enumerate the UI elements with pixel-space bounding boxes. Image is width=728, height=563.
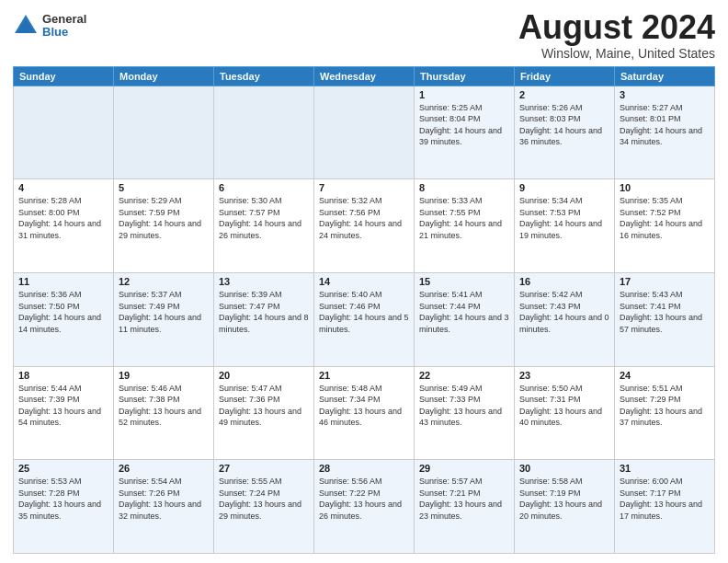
table-row: 5Sunrise: 5:29 AM Sunset: 7:59 PM Daylig…: [114, 179, 214, 273]
day-info: Sunrise: 5:53 AM Sunset: 7:28 PM Dayligh…: [18, 476, 108, 522]
day-info: Sunrise: 5:41 AM Sunset: 7:44 PM Dayligh…: [419, 289, 509, 335]
table-row: 30Sunrise: 5:58 AM Sunset: 7:19 PM Dayli…: [515, 460, 615, 554]
day-number: 27: [219, 463, 309, 474]
table-row: 6Sunrise: 5:30 AM Sunset: 7:57 PM Daylig…: [214, 179, 314, 273]
calendar-row-1: 1Sunrise: 5:25 AM Sunset: 8:04 PM Daylig…: [14, 86, 715, 179]
day-number: 24: [620, 370, 710, 381]
month-title: August 2024: [518, 9, 715, 46]
table-row: [214, 86, 314, 179]
table-row: 15Sunrise: 5:41 AM Sunset: 7:44 PM Dayli…: [415, 272, 515, 366]
table-row: 19Sunrise: 5:46 AM Sunset: 7:38 PM Dayli…: [114, 366, 214, 460]
day-number: 22: [419, 370, 509, 381]
table-row: 2Sunrise: 5:26 AM Sunset: 8:03 PM Daylig…: [515, 86, 615, 179]
day-info: Sunrise: 5:42 AM Sunset: 7:43 PM Dayligh…: [519, 289, 609, 335]
col-tuesday: Tuesday: [214, 66, 314, 86]
day-number: 31: [620, 463, 710, 474]
day-number: 16: [519, 276, 609, 287]
table-row: 17Sunrise: 5:43 AM Sunset: 7:41 PM Dayli…: [615, 272, 715, 366]
table-row: 16Sunrise: 5:42 AM Sunset: 7:43 PM Dayli…: [515, 272, 615, 366]
day-number: 9: [519, 182, 609, 193]
table-row: 31Sunrise: 6:00 AM Sunset: 7:17 PM Dayli…: [615, 460, 715, 554]
day-info: Sunrise: 5:27 AM Sunset: 8:01 PM Dayligh…: [620, 102, 710, 148]
day-number: 30: [519, 463, 609, 474]
day-number: 14: [319, 276, 409, 287]
table-row: 18Sunrise: 5:44 AM Sunset: 7:39 PM Dayli…: [14, 366, 114, 460]
table-row: 7Sunrise: 5:32 AM Sunset: 7:56 PM Daylig…: [314, 179, 415, 273]
day-info: Sunrise: 6:00 AM Sunset: 7:17 PM Dayligh…: [620, 476, 710, 522]
day-info: Sunrise: 5:55 AM Sunset: 7:24 PM Dayligh…: [219, 476, 309, 522]
day-info: Sunrise: 5:46 AM Sunset: 7:38 PM Dayligh…: [119, 383, 209, 429]
table-row: 10Sunrise: 5:35 AM Sunset: 7:52 PM Dayli…: [615, 179, 715, 273]
day-info: Sunrise: 5:48 AM Sunset: 7:34 PM Dayligh…: [319, 383, 409, 429]
table-row: [114, 86, 214, 179]
day-info: Sunrise: 5:58 AM Sunset: 7:19 PM Dayligh…: [519, 476, 609, 522]
table-row: 11Sunrise: 5:36 AM Sunset: 7:50 PM Dayli…: [14, 272, 114, 366]
page: General Blue August 2024 Winslow, Maine,…: [0, 0, 728, 563]
day-number: 5: [119, 182, 209, 193]
table-row: 20Sunrise: 5:47 AM Sunset: 7:36 PM Dayli…: [214, 366, 314, 460]
day-info: Sunrise: 5:30 AM Sunset: 7:57 PM Dayligh…: [219, 195, 309, 241]
table-row: 29Sunrise: 5:57 AM Sunset: 7:21 PM Dayli…: [415, 460, 515, 554]
day-number: 8: [419, 182, 509, 193]
day-info: Sunrise: 5:40 AM Sunset: 7:46 PM Dayligh…: [319, 289, 409, 335]
day-info: Sunrise: 5:26 AM Sunset: 8:03 PM Dayligh…: [519, 102, 609, 148]
day-info: Sunrise: 5:36 AM Sunset: 7:50 PM Dayligh…: [18, 289, 108, 335]
calendar-row-4: 18Sunrise: 5:44 AM Sunset: 7:39 PM Dayli…: [14, 366, 715, 460]
day-info: Sunrise: 5:28 AM Sunset: 8:00 PM Dayligh…: [18, 195, 108, 241]
day-number: 23: [519, 370, 609, 381]
calendar-table: Sunday Monday Tuesday Wednesday Thursday…: [13, 66, 715, 554]
day-number: 15: [419, 276, 509, 287]
table-row: 27Sunrise: 5:55 AM Sunset: 7:24 PM Dayli…: [214, 460, 314, 554]
table-row: 21Sunrise: 5:48 AM Sunset: 7:34 PM Dayli…: [314, 366, 415, 460]
day-info: Sunrise: 5:54 AM Sunset: 7:26 PM Dayligh…: [119, 476, 209, 522]
day-number: 13: [219, 276, 309, 287]
calendar-row-2: 4Sunrise: 5:28 AM Sunset: 8:00 PM Daylig…: [14, 179, 715, 273]
col-sunday: Sunday: [14, 66, 114, 86]
logo-text: General Blue: [42, 13, 86, 40]
table-row: 3Sunrise: 5:27 AM Sunset: 8:01 PM Daylig…: [615, 86, 715, 179]
table-row: 9Sunrise: 5:34 AM Sunset: 7:53 PM Daylig…: [515, 179, 615, 273]
day-info: Sunrise: 5:25 AM Sunset: 8:04 PM Dayligh…: [419, 102, 509, 148]
title-block: August 2024 Winslow, Maine, United State…: [518, 9, 715, 61]
table-row: [14, 86, 114, 179]
day-info: Sunrise: 5:32 AM Sunset: 7:56 PM Dayligh…: [319, 195, 409, 241]
day-number: 17: [620, 276, 710, 287]
day-info: Sunrise: 5:37 AM Sunset: 7:49 PM Dayligh…: [119, 289, 209, 335]
location: Winslow, Maine, United States: [518, 46, 715, 61]
day-number: 18: [18, 370, 108, 381]
table-row: 13Sunrise: 5:39 AM Sunset: 7:47 PM Dayli…: [214, 272, 314, 366]
day-info: Sunrise: 5:50 AM Sunset: 7:31 PM Dayligh…: [519, 383, 609, 429]
col-friday: Friday: [515, 66, 615, 86]
day-info: Sunrise: 5:29 AM Sunset: 7:59 PM Dayligh…: [119, 195, 209, 241]
day-number: 6: [219, 182, 309, 193]
header: General Blue August 2024 Winslow, Maine,…: [13, 9, 715, 61]
day-number: 26: [119, 463, 209, 474]
calendar-row-5: 25Sunrise: 5:53 AM Sunset: 7:28 PM Dayli…: [14, 460, 715, 554]
day-number: 4: [18, 182, 108, 193]
day-number: 2: [519, 89, 609, 100]
table-row: 1Sunrise: 5:25 AM Sunset: 8:04 PM Daylig…: [415, 86, 515, 179]
day-info: Sunrise: 5:34 AM Sunset: 7:53 PM Dayligh…: [519, 195, 609, 241]
day-info: Sunrise: 5:33 AM Sunset: 7:55 PM Dayligh…: [419, 195, 509, 241]
day-info: Sunrise: 5:51 AM Sunset: 7:29 PM Dayligh…: [620, 383, 710, 429]
table-row: 14Sunrise: 5:40 AM Sunset: 7:46 PM Dayli…: [314, 272, 415, 366]
col-thursday: Thursday: [415, 66, 515, 86]
logo: General Blue: [13, 13, 86, 40]
day-number: 12: [119, 276, 209, 287]
logo-blue-text: Blue: [42, 26, 86, 39]
logo-icon: [13, 13, 39, 39]
table-row: 12Sunrise: 5:37 AM Sunset: 7:49 PM Dayli…: [114, 272, 214, 366]
day-number: 7: [319, 182, 409, 193]
day-info: Sunrise: 5:44 AM Sunset: 7:39 PM Dayligh…: [18, 383, 108, 429]
col-monday: Monday: [114, 66, 214, 86]
day-info: Sunrise: 5:35 AM Sunset: 7:52 PM Dayligh…: [620, 195, 710, 241]
table-row: 8Sunrise: 5:33 AM Sunset: 7:55 PM Daylig…: [415, 179, 515, 273]
day-number: 21: [319, 370, 409, 381]
day-number: 19: [119, 370, 209, 381]
table-row: [314, 86, 415, 179]
header-row: Sunday Monday Tuesday Wednesday Thursday…: [14, 66, 715, 86]
day-info: Sunrise: 5:49 AM Sunset: 7:33 PM Dayligh…: [419, 383, 509, 429]
day-info: Sunrise: 5:39 AM Sunset: 7:47 PM Dayligh…: [219, 289, 309, 335]
table-row: 28Sunrise: 5:56 AM Sunset: 7:22 PM Dayli…: [314, 460, 415, 554]
table-row: 24Sunrise: 5:51 AM Sunset: 7:29 PM Dayli…: [615, 366, 715, 460]
